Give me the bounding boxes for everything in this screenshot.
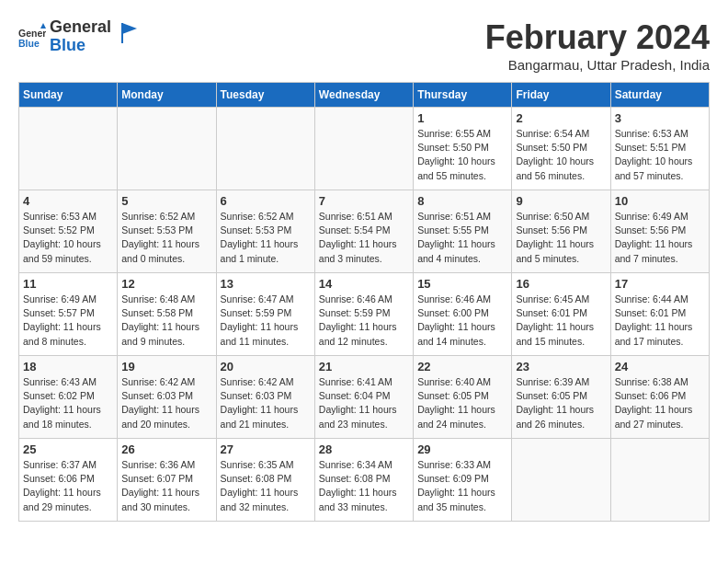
day-number: 5 <box>121 194 211 208</box>
calendar-cell: 13Sunrise: 6:47 AMSunset: 5:59 PMDayligh… <box>216 273 314 356</box>
calendar-cell: 29Sunrise: 6:33 AMSunset: 6:09 PMDayligh… <box>414 439 512 522</box>
calendar-week-4: 18Sunrise: 6:43 AMSunset: 6:02 PMDayligh… <box>19 356 710 439</box>
day-info: Sunrise: 6:35 AMSunset: 6:08 PMDaylight:… <box>221 458 311 514</box>
day-info: Sunrise: 6:51 AMSunset: 5:54 PMDaylight:… <box>319 210 409 266</box>
day-info: Sunrise: 6:41 AMSunset: 6:04 PMDaylight:… <box>319 375 409 431</box>
column-header-sunday: Sunday <box>19 83 118 108</box>
calendar-cell: 26Sunrise: 6:36 AMSunset: 6:07 PMDayligh… <box>118 439 216 522</box>
page-header: General Blue General Blue February 2024 … <box>18 18 710 73</box>
column-header-monday: Monday <box>118 83 216 108</box>
day-number: 6 <box>221 194 311 208</box>
day-number: 2 <box>516 111 606 125</box>
day-number: 23 <box>516 360 606 373</box>
day-info: Sunrise: 6:52 AMSunset: 5:53 PMDaylight:… <box>121 210 211 266</box>
calendar-cell: 21Sunrise: 6:41 AMSunset: 6:04 PMDayligh… <box>314 356 413 439</box>
calendar-cell: 27Sunrise: 6:35 AMSunset: 6:08 PMDayligh… <box>216 439 314 522</box>
day-number: 17 <box>615 277 705 291</box>
day-info: Sunrise: 6:48 AMSunset: 5:58 PMDaylight:… <box>121 293 211 349</box>
day-info: Sunrise: 6:34 AMSunset: 6:08 PMDaylight:… <box>319 458 409 514</box>
calendar-cell: 10Sunrise: 6:49 AMSunset: 5:56 PMDayligh… <box>610 190 709 273</box>
day-info: Sunrise: 6:40 AMSunset: 6:05 PMDaylight:… <box>417 375 507 431</box>
day-number: 29 <box>417 442 507 456</box>
day-number: 26 <box>121 442 211 456</box>
logo: General Blue General Blue <box>18 18 139 55</box>
calendar-cell <box>216 108 314 190</box>
calendar-cell: 28Sunrise: 6:34 AMSunset: 6:08 PMDayligh… <box>314 439 413 522</box>
day-number: 25 <box>23 442 113 456</box>
day-info: Sunrise: 6:33 AMSunset: 6:09 PMDaylight:… <box>417 458 507 514</box>
day-number: 22 <box>417 360 507 373</box>
day-number: 20 <box>221 360 311 373</box>
calendar-week-1: 1Sunrise: 6:55 AMSunset: 5:50 PMDaylight… <box>19 108 710 190</box>
day-number: 1 <box>417 111 507 125</box>
location-subtitle: Bangarmau, Uttar Pradesh, India <box>485 57 710 73</box>
day-info: Sunrise: 6:42 AMSunset: 6:03 PMDaylight:… <box>221 375 311 431</box>
calendar-cell: 7Sunrise: 6:51 AMSunset: 5:54 PMDaylight… <box>314 190 413 273</box>
day-number: 16 <box>516 277 606 291</box>
day-number: 7 <box>319 194 409 208</box>
day-info: Sunrise: 6:54 AMSunset: 5:50 PMDaylight:… <box>516 127 606 183</box>
day-info: Sunrise: 6:45 AMSunset: 6:01 PMDaylight:… <box>516 293 606 349</box>
title-block: February 2024 Bangarmau, Uttar Pradesh, … <box>485 18 710 73</box>
svg-marker-2 <box>40 23 46 29</box>
day-info: Sunrise: 6:43 AMSunset: 6:02 PMDaylight:… <box>23 375 113 431</box>
calendar-week-3: 11Sunrise: 6:49 AMSunset: 5:57 PMDayligh… <box>19 273 710 356</box>
calendar-cell: 22Sunrise: 6:40 AMSunset: 6:05 PMDayligh… <box>414 356 512 439</box>
svg-text:General: General <box>18 28 46 39</box>
day-info: Sunrise: 6:44 AMSunset: 6:01 PMDaylight:… <box>615 293 705 349</box>
calendar-cell <box>118 108 216 190</box>
calendar-cell: 6Sunrise: 6:52 AMSunset: 5:53 PMDaylight… <box>216 190 314 273</box>
column-header-wednesday: Wednesday <box>314 83 413 108</box>
day-number: 8 <box>417 194 507 208</box>
day-info: Sunrise: 6:42 AMSunset: 6:03 PMDaylight:… <box>121 375 211 431</box>
logo-icon: General Blue <box>18 23 46 51</box>
column-header-saturday: Saturday <box>610 83 709 108</box>
day-info: Sunrise: 6:39 AMSunset: 6:05 PMDaylight:… <box>516 375 606 431</box>
day-number: 18 <box>23 360 113 373</box>
day-info: Sunrise: 6:38 AMSunset: 6:06 PMDaylight:… <box>615 375 705 431</box>
day-info: Sunrise: 6:36 AMSunset: 6:07 PMDaylight:… <box>121 458 211 514</box>
calendar-cell: 24Sunrise: 6:38 AMSunset: 6:06 PMDayligh… <box>610 356 709 439</box>
calendar-cell <box>19 108 118 190</box>
day-number: 24 <box>615 360 705 373</box>
calendar-cell: 2Sunrise: 6:54 AMSunset: 5:50 PMDaylight… <box>512 108 610 190</box>
calendar-header-row: SundayMondayTuesdayWednesdayThursdayFrid… <box>19 83 710 108</box>
calendar-cell <box>512 439 610 522</box>
day-info: Sunrise: 6:47 AMSunset: 5:59 PMDaylight:… <box>221 293 311 349</box>
month-title: February 2024 <box>485 18 710 57</box>
day-number: 15 <box>417 277 507 291</box>
logo-blue: Blue <box>50 37 111 55</box>
day-info: Sunrise: 6:49 AMSunset: 5:57 PMDaylight:… <box>23 293 113 349</box>
calendar-week-5: 25Sunrise: 6:37 AMSunset: 6:06 PMDayligh… <box>19 439 710 522</box>
day-info: Sunrise: 6:52 AMSunset: 5:53 PMDaylight:… <box>221 210 311 266</box>
day-info: Sunrise: 6:46 AMSunset: 6:00 PMDaylight:… <box>417 293 507 349</box>
calendar-cell: 14Sunrise: 6:46 AMSunset: 5:59 PMDayligh… <box>314 273 413 356</box>
day-number: 19 <box>121 360 211 373</box>
calendar-cell: 1Sunrise: 6:55 AMSunset: 5:50 PMDaylight… <box>414 108 512 190</box>
day-info: Sunrise: 6:53 AMSunset: 5:52 PMDaylight:… <box>23 210 113 266</box>
day-number: 9 <box>516 194 606 208</box>
calendar-table: SundayMondayTuesdayWednesdayThursdayFrid… <box>18 82 710 522</box>
calendar-cell: 4Sunrise: 6:53 AMSunset: 5:52 PMDaylight… <box>19 190 118 273</box>
calendar-cell: 23Sunrise: 6:39 AMSunset: 6:05 PMDayligh… <box>512 356 610 439</box>
calendar-cell: 17Sunrise: 6:44 AMSunset: 6:01 PMDayligh… <box>610 273 709 356</box>
calendar-cell: 19Sunrise: 6:42 AMSunset: 6:03 PMDayligh… <box>118 356 216 439</box>
svg-text:Blue: Blue <box>18 38 40 49</box>
day-info: Sunrise: 6:37 AMSunset: 6:06 PMDaylight:… <box>23 458 113 514</box>
calendar-cell: 15Sunrise: 6:46 AMSunset: 6:00 PMDayligh… <box>414 273 512 356</box>
calendar-week-2: 4Sunrise: 6:53 AMSunset: 5:52 PMDaylight… <box>19 190 710 273</box>
day-number: 27 <box>221 442 311 456</box>
column-header-tuesday: Tuesday <box>216 83 314 108</box>
day-info: Sunrise: 6:55 AMSunset: 5:50 PMDaylight:… <box>417 127 507 183</box>
column-header-friday: Friday <box>512 83 610 108</box>
calendar-cell: 12Sunrise: 6:48 AMSunset: 5:58 PMDayligh… <box>118 273 216 356</box>
day-number: 14 <box>319 277 409 291</box>
calendar-cell: 9Sunrise: 6:50 AMSunset: 5:56 PMDaylight… <box>512 190 610 273</box>
day-number: 28 <box>319 442 409 456</box>
calendar-cell: 8Sunrise: 6:51 AMSunset: 5:55 PMDaylight… <box>414 190 512 273</box>
day-info: Sunrise: 6:53 AMSunset: 5:51 PMDaylight:… <box>615 127 705 183</box>
calendar-cell: 16Sunrise: 6:45 AMSunset: 6:01 PMDayligh… <box>512 273 610 356</box>
calendar-cell: 11Sunrise: 6:49 AMSunset: 5:57 PMDayligh… <box>19 273 118 356</box>
calendar-cell <box>610 439 709 522</box>
day-number: 3 <box>615 111 705 125</box>
